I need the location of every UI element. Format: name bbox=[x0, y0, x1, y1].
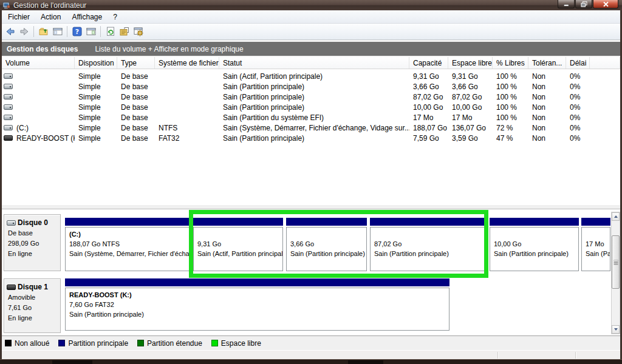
console-tree-icon[interactable] bbox=[50, 25, 64, 39]
partition-size: 188,07 Go NTFS bbox=[69, 239, 190, 249]
table-cell-disposition: Simple bbox=[75, 103, 117, 112]
table-cell-tolerance: Non bbox=[528, 83, 566, 91]
table-row[interactable]: SimpleDe baseSain (Partition principale)… bbox=[2, 81, 620, 92]
table-cell-delai: 0% bbox=[566, 83, 590, 91]
table-row[interactable]: SimpleDe baseSain (Partition principale)… bbox=[2, 102, 620, 112]
status-bar bbox=[0, 350, 622, 359]
table-row[interactable]: SimpleDe baseSain (Partition du système … bbox=[2, 112, 620, 123]
legend-color-swatch bbox=[137, 340, 144, 346]
table-cell-type: De base bbox=[117, 124, 155, 132]
column-header-tolerance[interactable]: Toléran... bbox=[528, 57, 566, 69]
column-header-statut[interactable]: Statut bbox=[219, 57, 409, 69]
menu-action[interactable]: Action bbox=[35, 12, 66, 22]
toolbar-separator bbox=[67, 26, 67, 37]
table-cell-pct_libres: 100 % bbox=[493, 113, 528, 122]
table-cell-tolerance: Non bbox=[528, 93, 566, 101]
table-cell-pct_libres: 47 % bbox=[493, 134, 528, 143]
table-cell-capacite: 3,66 Go bbox=[409, 83, 448, 91]
table-cell-espace_libre: 3,66 Go bbox=[448, 83, 493, 91]
table-cell-delai: 0% bbox=[566, 72, 590, 81]
table-row[interactable]: READY-BOOST (K:)SimpleDe baseFAT32Sain (… bbox=[2, 133, 620, 143]
table-cell-volume: READY-BOOST (K:) bbox=[2, 134, 75, 143]
partition-cell[interactable]: 17 MoSain (Partition du système EFI) bbox=[581, 218, 610, 272]
table-cell-statut: Sain (Partition principale) bbox=[219, 103, 409, 112]
title-bar[interactable]: Gestion de l'ordinateur bbox=[0, 0, 622, 10]
table-cell-capacite: 188,07 Go bbox=[409, 124, 448, 132]
disk-label-panel[interactable]: Disque 0 De base 298,09 Go En ligne bbox=[4, 214, 61, 271]
maximize-button[interactable] bbox=[575, 0, 592, 8]
close-button[interactable] bbox=[593, 0, 618, 8]
table-row[interactable]: SimpleDe baseSain (Partition principale)… bbox=[2, 92, 620, 102]
drive-icon bbox=[4, 135, 13, 141]
legend-label: Partition principale bbox=[68, 339, 128, 348]
table-cell-statut: Sain (Actif, Partition principale) bbox=[219, 72, 409, 81]
column-header-delai[interactable]: Délai bbox=[566, 57, 590, 69]
partition-cell[interactable]: 10,00 GoSain (Partition principale) bbox=[490, 218, 579, 272]
back-icon[interactable] bbox=[3, 25, 17, 39]
window-border-left bbox=[0, 10, 2, 359]
scroll-up-arrow-icon[interactable] bbox=[612, 212, 620, 221]
column-header-espace-libre[interactable]: Espace libre bbox=[448, 57, 493, 69]
app-icon bbox=[2, 2, 10, 9]
status-separator bbox=[497, 352, 498, 359]
table-cell-file_system: NTFS bbox=[155, 124, 219, 132]
vertical-scrollbar[interactable] bbox=[611, 212, 620, 334]
properties-icon[interactable] bbox=[117, 25, 131, 39]
partition-status: Sain (Partition principale) bbox=[69, 309, 449, 319]
partition-status: Sain (Système, Démarrer, Fichier d'échan… bbox=[69, 249, 190, 258]
partition-type-band bbox=[581, 218, 610, 226]
panel-header: Gestion des disques Liste du volume + Af… bbox=[2, 42, 620, 56]
partition-size: 10,00 Go bbox=[494, 239, 578, 249]
forward-icon[interactable] bbox=[17, 25, 31, 39]
table-header: Volume Disposition Type Système de fichi… bbox=[2, 57, 620, 69]
drive-icon bbox=[4, 104, 13, 110]
scroll-down-arrow-icon[interactable] bbox=[612, 325, 620, 334]
partition-status: Sain (Partition du système EFI) bbox=[586, 249, 610, 258]
table-cell-espace_libre: 10,00 Go bbox=[448, 103, 493, 112]
table-row[interactable]: (C:)SimpleDe baseNTFSSain (Système, Déma… bbox=[2, 123, 620, 133]
table-cell-pct_libres: 100 % bbox=[493, 83, 528, 91]
up-level-icon[interactable] bbox=[36, 25, 50, 39]
column-header-capacite[interactable]: Capacité bbox=[409, 57, 448, 69]
table-cell-statut: Sain (Partition principale) bbox=[219, 93, 409, 101]
column-header-volume[interactable]: Volume bbox=[2, 57, 75, 69]
table-cell-pct_libres: 72 % bbox=[493, 124, 528, 132]
partition-size: 17 Mo bbox=[586, 239, 610, 249]
table-cell-pct_libres: 100 % bbox=[493, 103, 528, 112]
table-cell-delai: 0% bbox=[566, 93, 590, 101]
table-cell-disposition: Simple bbox=[75, 113, 117, 122]
computer-management-window: Gestion de l'ordinateur Fichier Action A… bbox=[0, 0, 622, 364]
disk-name: Disque 0 bbox=[18, 218, 48, 228]
scrollbar-thumb[interactable] bbox=[612, 235, 620, 289]
partition-cell[interactable]: (C:)188,07 Go NTFSSain (Système, Démarre… bbox=[65, 218, 190, 272]
drive-icon bbox=[4, 115, 13, 120]
table-cell-espace_libre: 17 Mo bbox=[448, 113, 493, 122]
menu-aide[interactable]: ? bbox=[108, 12, 123, 22]
partition-title: (C:) bbox=[69, 229, 190, 239]
legend-label: Partition étendue bbox=[147, 339, 202, 348]
disk-label-panel[interactable]: Disque 1 Amovible 7,61 Go En ligne bbox=[4, 278, 61, 333]
partition-cell[interactable]: READY-BOOST (K:)7,60 Go FAT32Sain (Parti… bbox=[65, 278, 449, 332]
refresh-icon[interactable] bbox=[103, 25, 117, 39]
column-header-type[interactable]: Type bbox=[117, 57, 155, 69]
volume-list: SimpleDe baseSain (Actif, Partition prin… bbox=[2, 69, 620, 205]
column-header-file-system[interactable]: Système de fichiers bbox=[155, 57, 219, 69]
help-icon[interactable]: ? bbox=[70, 25, 84, 39]
table-cell-disposition: Simple bbox=[75, 72, 117, 81]
minimize-button[interactable] bbox=[558, 0, 575, 8]
drive-icon bbox=[4, 73, 13, 79]
legend-color-swatch bbox=[5, 340, 12, 346]
window-title: Gestion de l'ordinateur bbox=[13, 1, 86, 10]
volume-list-rows: SimpleDe baseSain (Actif, Partition prin… bbox=[2, 71, 620, 143]
menu-fichier[interactable]: Fichier bbox=[2, 12, 35, 22]
table-cell-volume bbox=[2, 94, 75, 99]
disk-settings-icon[interactable] bbox=[131, 25, 145, 39]
status-separator bbox=[575, 352, 576, 359]
action-pane-icon[interactable] bbox=[84, 25, 98, 39]
taskbar-segment bbox=[52, 360, 92, 364]
menu-affichage[interactable]: Affichage bbox=[66, 12, 108, 22]
table-row[interactable]: SimpleDe baseSain (Actif, Partition prin… bbox=[2, 71, 620, 81]
column-header-pct-libres[interactable]: % Libres bbox=[493, 57, 528, 69]
table-cell-capacite: 87,02 Go bbox=[409, 93, 448, 101]
column-header-disposition[interactable]: Disposition bbox=[75, 57, 117, 69]
